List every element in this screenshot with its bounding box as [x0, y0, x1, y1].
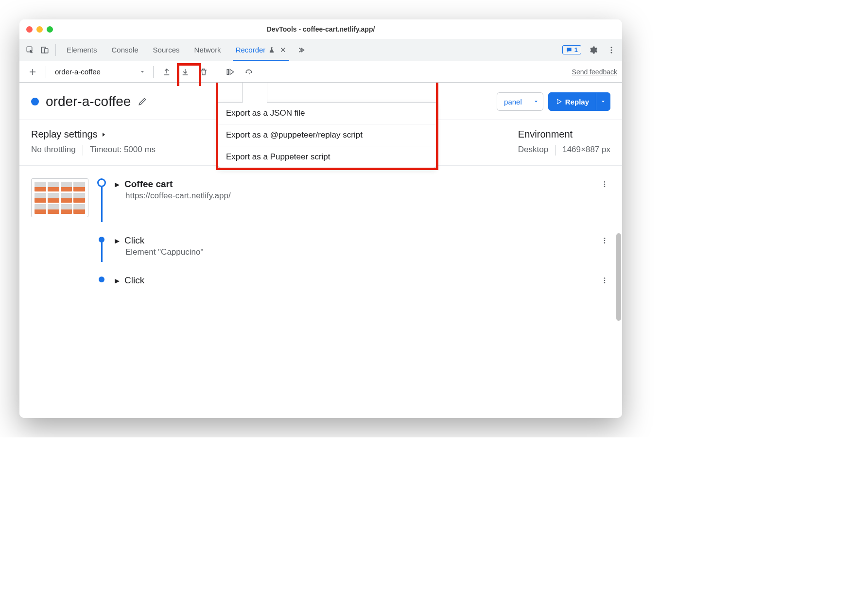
- replay-speed-button[interactable]: [241, 65, 257, 79]
- chat-icon: [566, 47, 573, 53]
- minimize-window-button[interactable]: [36, 26, 43, 33]
- tab-recorder[interactable]: Recorder ✕: [229, 39, 294, 61]
- close-window-button[interactable]: [26, 26, 33, 33]
- svg-point-15: [604, 282, 606, 283]
- panel-button-dropdown[interactable]: [529, 93, 543, 110]
- timeline: [97, 275, 106, 286]
- more-tabs-icon[interactable]: [294, 43, 308, 57]
- dimensions-value: 1469×887 px: [562, 145, 610, 156]
- step-menu-button[interactable]: [599, 235, 610, 246]
- send-feedback-link[interactable]: Send feedback: [572, 68, 617, 76]
- export-button[interactable]: [177, 65, 193, 79]
- close-tab-icon[interactable]: ✕: [280, 46, 286, 54]
- issues-badge[interactable]: 1: [562, 45, 581, 54]
- device-value: Desktop: [518, 145, 548, 156]
- kebab-menu-icon[interactable]: [605, 43, 618, 57]
- window-title: DevTools - coffee-cart.netlify.app/: [19, 25, 622, 33]
- step-menu-button[interactable]: [599, 275, 610, 286]
- timeline-marker-icon: [99, 237, 104, 243]
- recording-select-value: order-a-coffee: [55, 68, 101, 76]
- throttling-value: No throttling: [31, 145, 76, 156]
- caret-right-icon: ▶: [115, 277, 120, 284]
- replay-button-dropdown[interactable]: [596, 93, 610, 110]
- step-subtitle: https://coffee-cart.netlify.app/: [125, 191, 610, 201]
- svg-point-10: [604, 238, 606, 239]
- menu-item-export-puppeteer-replay[interactable]: Export as a @puppeteer/replay script: [218, 124, 436, 146]
- divider: [83, 145, 83, 156]
- titlebar: DevTools - coffee-cart.netlify.app/: [19, 19, 622, 39]
- caret-right-icon: ▶: [115, 237, 120, 244]
- step-subtitle: Element "Cappucino": [125, 247, 610, 257]
- timeline: [97, 178, 106, 217]
- step-header[interactable]: ▶ Coffee cart: [115, 178, 610, 190]
- recording-title: order-a-coffee: [46, 94, 131, 109]
- step-title: Coffee cart: [124, 179, 173, 190]
- step-thumbnail[interactable]: [31, 178, 88, 217]
- issues-count: 1: [574, 46, 578, 53]
- svg-point-7: [604, 181, 606, 183]
- divider: [217, 66, 217, 78]
- tab-elements[interactable]: Elements: [60, 39, 104, 61]
- replay-button-main[interactable]: Replay: [549, 93, 596, 110]
- step-title: Click: [124, 275, 144, 286]
- svg-rect-2: [44, 49, 48, 53]
- svg-point-13: [604, 278, 606, 279]
- caret-right-icon: ▶: [115, 181, 120, 188]
- step-title: Click: [124, 235, 144, 246]
- svg-point-12: [604, 242, 606, 243]
- tab-label: Elements: [67, 46, 97, 54]
- timeout-value: Timeout: 5000 ms: [90, 145, 156, 156]
- play-icon: [556, 98, 562, 105]
- import-button[interactable]: [158, 65, 175, 79]
- tab-console[interactable]: Console: [105, 39, 145, 61]
- new-recording-button[interactable]: [24, 65, 41, 79]
- panel-button-main[interactable]: panel: [497, 93, 529, 110]
- export-dropdown: Export as a JSON file Export as a @puppe…: [218, 102, 436, 168]
- step-row: ▶ Click Element "Cappucino": [31, 235, 610, 275]
- svg-point-9: [604, 186, 606, 187]
- recorder-toolbar: order-a-coffee Send feedback: [19, 61, 622, 83]
- panel-split-button[interactable]: panel: [497, 92, 543, 111]
- tab-sources[interactable]: Sources: [146, 39, 187, 61]
- svg-point-14: [604, 280, 606, 281]
- step-header[interactable]: ▶ Click: [115, 235, 610, 246]
- scrollbar-thumb[interactable]: [616, 233, 621, 321]
- menu-item-export-json[interactable]: Export as a JSON file: [218, 103, 436, 124]
- tab-network[interactable]: Network: [188, 39, 228, 61]
- recording-indicator-icon: [31, 98, 39, 105]
- traffic-lights: [26, 26, 53, 33]
- caret-down-icon: [600, 99, 606, 104]
- maximize-window-button[interactable]: [47, 26, 53, 33]
- timeline: [97, 235, 106, 257]
- replay-settings-section: Replay settings No throttling Timeout: 5…: [31, 129, 156, 156]
- devtools-tabbar: Elements Console Sources Network Recorde…: [19, 39, 622, 61]
- divider: [46, 66, 46, 78]
- replay-settings-heading[interactable]: Replay settings: [31, 129, 156, 140]
- environment-section: Environment Desktop 1469×887 px: [518, 129, 610, 156]
- divider: [153, 66, 154, 78]
- step-button[interactable]: [222, 65, 239, 79]
- settings-icon[interactable]: [586, 43, 600, 57]
- recording-select[interactable]: order-a-coffee: [51, 65, 148, 79]
- timeline-marker-icon: [99, 277, 104, 282]
- svg-point-3: [611, 47, 612, 48]
- tab-label: Recorder: [236, 46, 266, 54]
- svg-rect-6: [227, 69, 228, 74]
- tab-label: Network: [194, 46, 221, 54]
- device-toolbar-icon[interactable]: [38, 43, 52, 57]
- step-menu-button[interactable]: [599, 178, 610, 190]
- flask-icon: [268, 47, 275, 53]
- svg-point-4: [611, 49, 612, 51]
- menu-item-export-puppeteer[interactable]: Export as a Puppeteer script: [218, 146, 436, 168]
- inspect-element-icon[interactable]: [23, 43, 37, 57]
- tab-label: Sources: [153, 46, 180, 54]
- step-header[interactable]: ▶ Click: [115, 275, 610, 286]
- divider: [55, 44, 56, 56]
- step-row: ▶ Click: [31, 275, 610, 304]
- svg-point-5: [611, 52, 612, 53]
- svg-point-8: [604, 184, 606, 185]
- edit-title-button[interactable]: [138, 97, 147, 106]
- replay-split-button[interactable]: Replay: [548, 92, 610, 111]
- tab-label: Console: [112, 46, 139, 54]
- chevron-down-icon: [139, 69, 145, 75]
